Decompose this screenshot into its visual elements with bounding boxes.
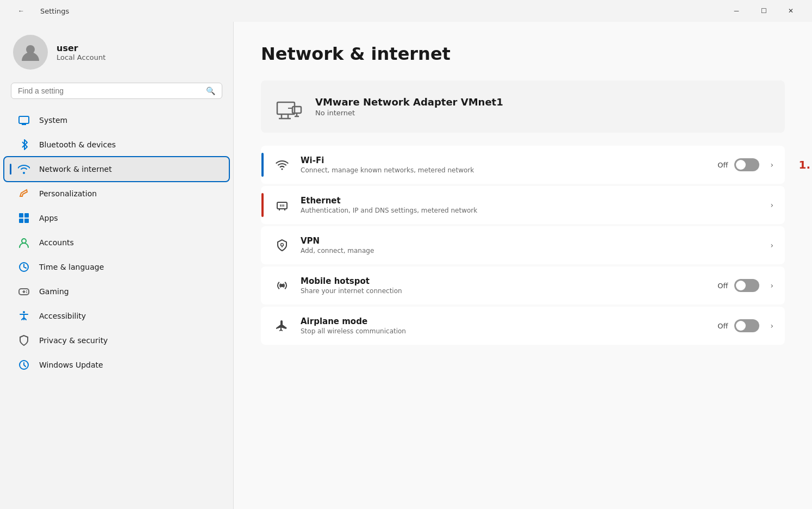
hotspot-chevron: › bbox=[770, 281, 773, 290]
hotspot-toggle[interactable] bbox=[734, 279, 759, 292]
wifi-icon bbox=[272, 155, 292, 175]
airplane-subtitle: Stop all wireless communication bbox=[301, 327, 717, 335]
wifi-right: Off› bbox=[717, 158, 773, 171]
title-bar: ← Settings ─ ☐ ✕ bbox=[0, 0, 812, 22]
sidebar-item-bluetooth[interactable]: Bluetooth & devices bbox=[4, 133, 229, 157]
settings-row-ethernet[interactable]: EthernetAuthentication, IP and DNS setti… bbox=[261, 186, 785, 224]
airplane-toggle[interactable] bbox=[734, 319, 759, 332]
sidebar: user Local Account 🔍 SystemBluetooth & d… bbox=[0, 22, 234, 509]
ethernet-subtitle: Authentication, IP and DNS settings, met… bbox=[301, 207, 766, 214]
wifi-left-bar bbox=[261, 153, 264, 177]
hotspot-subtitle: Share your internet connection bbox=[301, 287, 717, 295]
vpn-info: VPNAdd, connect, manage bbox=[301, 236, 766, 254]
svg-point-33 bbox=[281, 244, 284, 246]
airplane-toggle-label: Off bbox=[717, 322, 728, 330]
airplane-right: Off› bbox=[717, 319, 773, 332]
sidebar-item-accessibility[interactable]: Accessibility bbox=[4, 304, 229, 328]
accessibility-icon bbox=[17, 309, 30, 322]
app-body: user Local Account 🔍 SystemBluetooth & d… bbox=[0, 22, 812, 509]
hotspot-icon bbox=[272, 276, 292, 295]
back-button[interactable]: ← bbox=[9, 2, 34, 20]
wifi-title: Wi-Fi bbox=[301, 156, 717, 165]
settings-row-vpn[interactable]: VPNAdd, connect, manage› bbox=[261, 226, 785, 264]
sidebar-item-personalization[interactable]: Personalization bbox=[4, 182, 229, 206]
main-content: Network & internet VMware Network Adapte… bbox=[234, 22, 812, 509]
ethernet-title: Ethernet bbox=[301, 196, 766, 206]
adapter-icon bbox=[274, 91, 304, 122]
user-name: user bbox=[57, 43, 105, 53]
hotspot-toggle-label: Off bbox=[717, 282, 728, 290]
ethernet-icon bbox=[272, 195, 292, 215]
svg-point-26 bbox=[282, 169, 283, 170]
search-box[interactable]: 🔍 bbox=[11, 83, 222, 99]
settings-row-wifi[interactable]: Wi-FiConnect, manage known networks, met… bbox=[261, 146, 785, 184]
user-account: Local Account bbox=[57, 53, 105, 61]
sidebar-item-apps[interactable]: Apps bbox=[4, 206, 229, 230]
sidebar-item-time[interactable]: Time & language bbox=[4, 255, 229, 279]
accounts-icon bbox=[17, 236, 30, 249]
sidebar-item-label-personalization: Personalization bbox=[39, 189, 97, 198]
svg-rect-8 bbox=[24, 219, 29, 223]
wifi-toggle[interactable] bbox=[734, 158, 759, 171]
sidebar-item-label-time: Time & language bbox=[39, 263, 104, 271]
page-title: Network & internet bbox=[261, 44, 785, 64]
hotspot-info: Mobile hotspotShare your internet connec… bbox=[301, 276, 717, 295]
sidebar-item-gaming[interactable]: Gaming bbox=[4, 280, 229, 303]
ethernet-left-bar bbox=[261, 193, 264, 217]
settings-row-airplane[interactable]: Airplane modeStop all wireless communica… bbox=[261, 307, 785, 345]
minimize-button[interactable]: ─ bbox=[724, 2, 749, 20]
close-button[interactable]: ✕ bbox=[778, 2, 803, 20]
vpn-chevron: › bbox=[770, 241, 773, 250]
wifi-toggle-label: Off bbox=[717, 161, 728, 169]
sidebar-item-system[interactable]: System bbox=[4, 108, 229, 132]
sidebar-item-label-accessibility: Accessibility bbox=[39, 312, 86, 320]
svg-rect-1 bbox=[19, 116, 29, 123]
wifi-toggle-thumb bbox=[736, 160, 746, 170]
hotspot-toggle-thumb bbox=[736, 281, 746, 290]
settings-list: Wi-FiConnect, manage known networks, met… bbox=[261, 146, 785, 345]
maximize-button[interactable]: ☐ bbox=[751, 2, 776, 20]
vpn-subtitle: Add, connect, manage bbox=[301, 247, 766, 254]
wifi-info: Wi-FiConnect, manage known networks, met… bbox=[301, 156, 717, 174]
ethernet-chevron: › bbox=[770, 201, 773, 209]
airplane-icon bbox=[272, 316, 292, 336]
apps-icon bbox=[17, 212, 30, 225]
adapter-status: No internet bbox=[315, 109, 503, 117]
step-annotation: 1. bbox=[798, 158, 810, 171]
app-title: Settings bbox=[40, 7, 69, 15]
time-icon bbox=[17, 260, 30, 274]
sidebar-nav: SystemBluetooth & devicesNetwork & inter… bbox=[0, 108, 233, 377]
svg-rect-5 bbox=[19, 213, 23, 218]
svg-point-4 bbox=[23, 172, 25, 174]
search-input[interactable] bbox=[18, 86, 202, 95]
airplane-info: Airplane modeStop all wireless communica… bbox=[301, 316, 717, 335]
vpn-title: VPN bbox=[301, 236, 766, 246]
airplane-title: Airplane mode bbox=[301, 316, 717, 326]
sidebar-item-privacy[interactable]: Privacy & security bbox=[4, 328, 229, 352]
active-indicator bbox=[10, 164, 11, 175]
adapter-info: VMware Network Adapter VMnet1 No interne… bbox=[315, 96, 503, 117]
airplane-toggle-thumb bbox=[736, 321, 746, 331]
svg-rect-7 bbox=[19, 219, 23, 223]
svg-rect-6 bbox=[24, 213, 29, 218]
sidebar-item-label-gaming: Gaming bbox=[39, 287, 69, 296]
user-info: user Local Account bbox=[57, 43, 105, 61]
sidebar-item-label-network: Network & internet bbox=[39, 165, 112, 173]
window-controls: ─ ☐ ✕ bbox=[724, 2, 803, 20]
adapter-name: VMware Network Adapter VMnet1 bbox=[315, 96, 503, 108]
sidebar-item-label-apps: Apps bbox=[39, 214, 58, 222]
user-section[interactable]: user Local Account bbox=[0, 22, 233, 78]
sidebar-item-windowsupdate[interactable]: Windows Update bbox=[4, 353, 229, 377]
sidebar-item-network[interactable]: Network & internet bbox=[4, 157, 229, 181]
svg-point-9 bbox=[22, 239, 26, 243]
sidebar-item-accounts[interactable]: Accounts bbox=[4, 231, 229, 254]
settings-row-hotspot[interactable]: Mobile hotspotShare your internet connec… bbox=[261, 266, 785, 305]
svg-point-16 bbox=[23, 311, 25, 313]
title-bar-left: ← Settings bbox=[9, 2, 69, 20]
sidebar-item-label-accounts: Accounts bbox=[39, 238, 74, 247]
ethernet-info: EthernetAuthentication, IP and DNS setti… bbox=[301, 196, 766, 214]
avatar bbox=[13, 35, 48, 70]
svg-point-15 bbox=[26, 292, 27, 293]
gaming-icon bbox=[17, 285, 30, 298]
sidebar-item-label-windowsupdate: Windows Update bbox=[39, 361, 103, 369]
